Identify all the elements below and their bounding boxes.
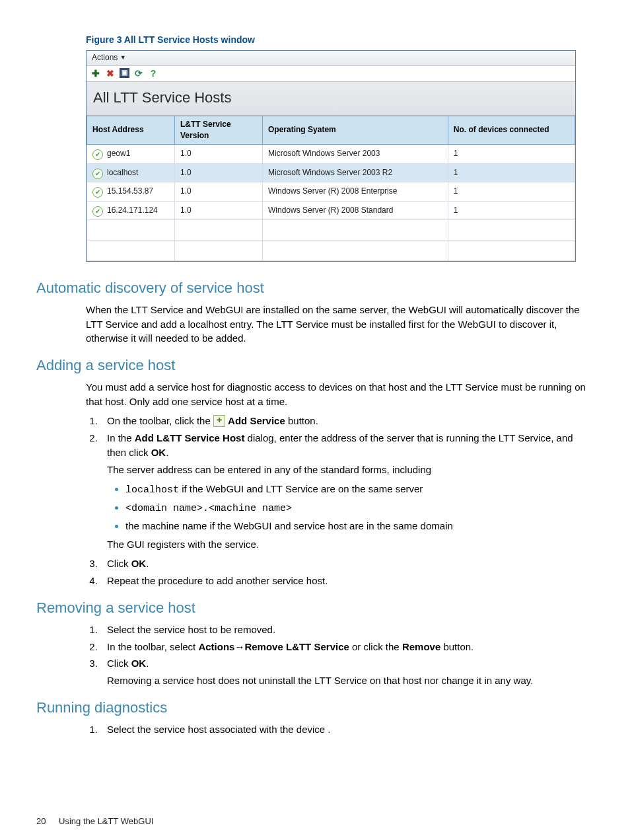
page-footer: 20 Using the L&TT WebGUI — [36, 816, 594, 828]
heading-removing: Removing a service host — [36, 597, 594, 619]
add-service-icon[interactable]: ✚ — [90, 68, 101, 79]
col-version[interactable]: L&TT Service Version — [175, 116, 263, 145]
heading-auto-discovery: Automatic discovery of service host — [36, 278, 594, 299]
section-title: All LTT Service Hosts — [87, 82, 575, 116]
view-icon[interactable]: ▣ — [120, 68, 129, 78]
refresh-icon[interactable]: ⟳ — [133, 68, 144, 79]
toolbar: ✚ ✖ ▣ ⟳ ? — [87, 66, 575, 82]
para-auto: When the LTT Service and WebGUI are inst… — [86, 303, 594, 346]
hosts-table: Host Address L&TT Service Version Operat… — [87, 116, 575, 261]
add-steps: On the toolbar, click the ✚ Add Service … — [100, 414, 594, 588]
remove-step-2: In the toolbar, select Actions→Remove L&… — [100, 640, 594, 654]
status-ok-icon: ✔ — [92, 187, 103, 198]
status-ok-icon: ✔ — [92, 206, 103, 217]
add-service-inline-icon: ✚ — [213, 415, 225, 427]
diag-steps: Select the service host associated with … — [100, 722, 594, 737]
help-icon[interactable]: ? — [148, 68, 158, 79]
diag-step-1: Select the service host associated with … — [100, 722, 594, 737]
remove-steps: Select the service host to be removed. I… — [100, 623, 594, 688]
status-ok-icon: ✔ — [92, 169, 103, 179]
add-step-1: On the toolbar, click the ✚ Add Service … — [100, 414, 594, 428]
table-row[interactable]: ✔geow11.0Microsoft Windows Server 20031 — [87, 145, 575, 163]
para-add: You must add a service host for diagnost… — [86, 380, 594, 409]
add-step-2: In the Add L&TT Service Host dialog, ent… — [100, 431, 594, 551]
address-forms: localhost if the WebGUI and LTT Service … — [125, 482, 594, 533]
actions-menu[interactable]: Actions ▼ — [92, 53, 126, 62]
col-host[interactable]: Host Address — [87, 116, 175, 145]
remove-step-1: Select the service host to be removed. — [100, 623, 594, 637]
remove-note: Removing a service host does not uninsta… — [107, 673, 594, 688]
bullet-machine: the machine name if the WebGUI and servi… — [125, 519, 594, 533]
delete-icon[interactable]: ✖ — [105, 68, 116, 79]
table-row-empty — [87, 219, 575, 240]
add-step-3: Click OK. — [100, 556, 594, 571]
footer-title: Using the L&TT WebGUI — [59, 816, 153, 826]
figure-caption: Figure 3 All LTT Service Hosts window — [86, 33, 594, 46]
menubar: Actions ▼ — [87, 51, 575, 65]
status-ok-icon: ✔ — [92, 149, 103, 160]
heading-diagnostics: Running diagnostics — [36, 697, 594, 718]
heading-adding: Adding a service host — [36, 355, 594, 376]
table-row[interactable]: ✔localhost1.0Microsoft Windows Server 20… — [87, 163, 575, 182]
col-devices[interactable]: No. of devices connected — [448, 116, 575, 145]
bullet-domain: <domain name>.<machine name> — [125, 500, 594, 516]
bullet-localhost: localhost if the WebGUI and LTT Service … — [125, 482, 594, 498]
add-step-2-note: The server address can be entered in any… — [107, 463, 594, 477]
table-row-empty — [87, 240, 575, 260]
screenshot-frame: Actions ▼ ✚ ✖ ▣ ⟳ ? All LTT Service Host… — [86, 50, 576, 262]
col-os[interactable]: Operating Syatem — [263, 116, 448, 145]
page-number: 20 — [36, 816, 46, 828]
table-row[interactable]: ✔15.154.53.871.0Windows Server (R) 2008 … — [87, 182, 575, 201]
add-step-2-gui: The GUI registers with the service. — [107, 537, 594, 552]
remove-step-3: Click OK. Removing a service host does n… — [100, 656, 594, 688]
add-step-4: Repeat the procedure to add another serv… — [100, 574, 594, 588]
table-row[interactable]: ✔16.24.171.1241.0Windows Server (R) 2008… — [87, 201, 575, 219]
